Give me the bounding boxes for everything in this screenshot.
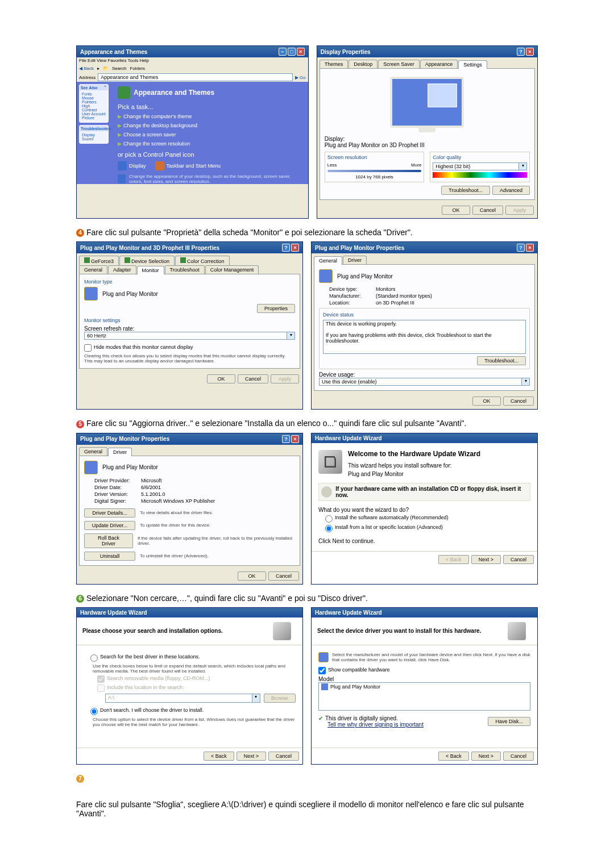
- monitor-name: Plug and Play Monitor: [102, 291, 158, 297]
- side-link[interactable]: High Contrast: [82, 104, 106, 112]
- properties-button[interactable]: Properties: [257, 304, 295, 313]
- folders-button[interactable]: Folders: [130, 66, 145, 71]
- hide-modes-checkbox[interactable]: [84, 344, 92, 352]
- have-disk-button[interactable]: Have Disk...: [488, 717, 530, 726]
- side-link[interactable]: Fonts: [82, 92, 106, 96]
- task-link[interactable]: ▶Change the screen resolution: [118, 141, 301, 147]
- search-button[interactable]: Search: [112, 66, 126, 71]
- ok-button[interactable]: OK: [207, 374, 235, 383]
- cancel-button[interactable]: Cancel: [268, 571, 299, 581]
- task-link[interactable]: ▶Change the desktop background: [118, 123, 301, 128]
- side-link[interactable]: Sound: [82, 137, 106, 141]
- color-dropdown[interactable]: Highest (32 bit)▾: [433, 162, 527, 170]
- tab-monitor[interactable]: Monitor: [137, 266, 164, 274]
- radio-auto[interactable]: [325, 515, 333, 523]
- radio-dont-search[interactable]: [90, 708, 98, 715]
- tellme-link[interactable]: Tell me why driver signing is important: [327, 721, 424, 728]
- menu-bar[interactable]: File Edit View Favorites Tools Help: [77, 57, 308, 64]
- close-button[interactable]: ×: [526, 244, 534, 252]
- uninstall-button[interactable]: Uninstall: [84, 552, 135, 561]
- tab-driver[interactable]: Driver: [108, 448, 132, 456]
- radio-search[interactable]: [90, 654, 98, 662]
- task-link[interactable]: ▶Change the computer's theme: [118, 114, 301, 119]
- cancel-button[interactable]: Cancel: [238, 374, 268, 383]
- ok-button[interactable]: OK: [442, 206, 470, 215]
- tab-geforce[interactable]: GeForce3: [79, 256, 119, 265]
- tab-appearance[interactable]: Appearance: [420, 60, 458, 68]
- address-input[interactable]: Appearance and Themes: [98, 73, 292, 81]
- cancel-button[interactable]: Cancel: [472, 206, 503, 215]
- ok-button[interactable]: OK: [472, 397, 501, 406]
- ok-button[interactable]: OK: [238, 571, 266, 581]
- radio-list[interactable]: [325, 525, 333, 532]
- back-button[interactable]: < Back: [438, 752, 469, 761]
- tab-device-selection[interactable]: Device Selection: [119, 256, 175, 265]
- advanced-button[interactable]: Advanced: [492, 186, 530, 195]
- up-button[interactable]: 📁: [103, 66, 109, 71]
- address-label: Address: [79, 75, 96, 80]
- cancel-button[interactable]: Cancel: [503, 555, 534, 564]
- help-button[interactable]: ?: [282, 244, 290, 252]
- tab-troubleshoot[interactable]: Troubleshoot: [165, 265, 205, 274]
- apply-button[interactable]: Apply: [271, 374, 299, 383]
- display-icon-link[interactable]: Display: [118, 161, 146, 170]
- tab-general[interactable]: General: [79, 447, 107, 456]
- window-title: Hardware Update Wizard: [315, 610, 382, 616]
- forward-button[interactable]: ▸: [97, 66, 99, 71]
- troubleshoot-button[interactable]: Troubleshoot...: [477, 356, 526, 365]
- tab-themes[interactable]: Themes: [320, 60, 349, 68]
- go-button[interactable]: ▶ Go: [295, 75, 306, 80]
- side-link[interactable]: User Account Picture: [82, 112, 106, 120]
- tab-driver[interactable]: Driver: [343, 256, 367, 264]
- taskbar-icon-link[interactable]: Taskbar and Start Menu: [155, 161, 221, 170]
- side-link[interactable]: Display: [82, 133, 106, 137]
- cb-compatible[interactable]: [318, 667, 326, 674]
- back-button[interactable]: < Back: [204, 752, 234, 761]
- more-label: More: [411, 162, 421, 168]
- task-link[interactable]: ▶Choose a screen saver: [118, 132, 301, 137]
- cd-note: If your hardware came with an installati…: [335, 486, 528, 498]
- minimize-button[interactable]: −: [279, 48, 287, 56]
- tab-adapter[interactable]: Adapter: [108, 265, 136, 274]
- maximize-button[interactable]: □: [288, 48, 296, 56]
- titlebar[interactable]: Appearance and Themes − □ ×: [77, 46, 308, 57]
- tab-settings[interactable]: Settings: [458, 60, 487, 69]
- apply-button[interactable]: Apply: [505, 206, 534, 215]
- details-button[interactable]: Driver Details...: [84, 508, 135, 518]
- tab-color-mgmt[interactable]: Color Management: [205, 265, 259, 274]
- rollback-button[interactable]: Roll Back Driver: [84, 533, 133, 548]
- tab-screensaver[interactable]: Screen Saver: [378, 60, 420, 68]
- next-button[interactable]: Next >: [471, 555, 501, 564]
- see-also-title: See Also: [81, 86, 97, 90]
- usage-dropdown[interactable]: Use this device (enable)▾: [319, 378, 530, 386]
- tab-general[interactable]: General: [314, 256, 342, 265]
- model-item[interactable]: Plug and Play Monitor: [330, 684, 380, 690]
- close-button[interactable]: ×: [297, 48, 305, 56]
- help-button[interactable]: ?: [282, 435, 290, 443]
- titlebar[interactable]: Display Properties ? ×: [317, 46, 537, 57]
- help-button[interactable]: ?: [517, 48, 525, 56]
- help-button[interactable]: ?: [517, 244, 525, 252]
- tab-color-correction[interactable]: Color Correction: [175, 256, 230, 265]
- tab-general[interactable]: General: [79, 265, 107, 274]
- adapter-properties-window: Plug and Play Monitor and 3D Prophet III…: [76, 241, 303, 410]
- back-button[interactable]: ◀ Back: [79, 66, 94, 71]
- next-button[interactable]: Next >: [471, 752, 501, 761]
- cancel-button[interactable]: Cancel: [503, 397, 534, 406]
- collapse-icon[interactable]: ⌃: [103, 85, 107, 90]
- resolution-slider[interactable]: [327, 170, 422, 172]
- close-button[interactable]: ×: [526, 48, 534, 56]
- next-button[interactable]: Next >: [237, 752, 266, 761]
- back-button[interactable]: < Back: [438, 555, 469, 564]
- close-button[interactable]: ×: [291, 435, 299, 443]
- cancel-button[interactable]: Cancel: [268, 752, 299, 761]
- update-button[interactable]: Update Driver...: [84, 521, 135, 530]
- refresh-dropdown[interactable]: 60 Hertz▾: [84, 332, 295, 340]
- tab-desktop[interactable]: Desktop: [349, 60, 377, 68]
- troubleshoot-button[interactable]: Troubleshoot...: [441, 186, 490, 195]
- side-link[interactable]: Mouse Pointers: [82, 96, 106, 104]
- status-textarea[interactable]: This device is working properly. If you …: [323, 320, 526, 354]
- model-list[interactable]: Plug and Play Monitor: [318, 682, 530, 711]
- close-button[interactable]: ×: [291, 244, 299, 252]
- cancel-button[interactable]: Cancel: [503, 752, 534, 761]
